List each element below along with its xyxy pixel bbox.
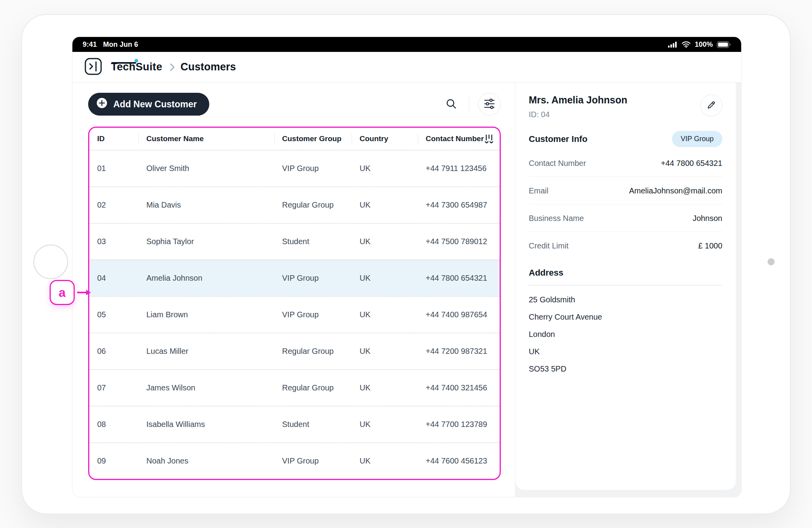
search-button[interactable]	[442, 95, 460, 114]
column-header-contact-label: Contact Number	[426, 134, 484, 143]
cell-name: Isabella Williams	[138, 420, 274, 429]
cell-country: UK	[352, 420, 418, 429]
status-time: 9:41	[83, 40, 97, 49]
annotation-label-a: a	[50, 280, 75, 305]
bezel-camera-dot	[768, 258, 775, 265]
column-header-country: Country	[352, 128, 418, 150]
customer-name-title: Mrs. Amelia Johnson	[529, 94, 627, 106]
logo-text-suite: Suite	[136, 61, 162, 73]
cell-name: Amelia Johnson	[138, 274, 274, 283]
cell-id: 09	[89, 456, 138, 465]
cell-group: VIP Group	[274, 310, 352, 319]
address-line: 25 Goldsmith	[529, 291, 722, 308]
cell-id: 06	[89, 347, 138, 356]
table-header-row: ID Customer Name Customer Group Country …	[89, 128, 500, 150]
table-row[interactable]: 08 Isabella Williams Student UK +44 7700…	[89, 406, 500, 442]
cell-group: Regular Group	[274, 347, 352, 356]
field-value: £ 1000	[698, 241, 722, 250]
cell-id: 04	[89, 274, 138, 283]
field-label: Credit Limit	[529, 241, 568, 250]
address-line: UK	[529, 343, 722, 360]
battery-percent: 100%	[695, 40, 713, 49]
sidebar-toggle-button[interactable]	[84, 57, 102, 77]
table-row[interactable]: 09 Noah Jones VIP Group UK +44 7600 4561…	[89, 442, 500, 479]
table-row-selected[interactable]: 04 Amelia Johnson VIP Group UK +44 7800 …	[89, 259, 500, 296]
pencil-icon	[706, 100, 716, 111]
cell-country: UK	[352, 347, 418, 356]
table-row[interactable]: 03 Sophia Taylor Student UK +44 7500 789…	[89, 223, 500, 259]
cell-phone: +44 7500 789012	[418, 237, 500, 246]
content-area: Add New Customer	[72, 83, 741, 497]
cell-id: 08	[89, 420, 138, 429]
cell-country: UK	[352, 164, 418, 173]
customer-id-label: ID: 04	[529, 110, 627, 119]
cell-phone: +44 7700 123789	[418, 420, 500, 429]
tablet-frame: 9:41 Mon Jun 6 100%	[21, 14, 791, 514]
search-icon	[445, 98, 457, 111]
field-value: AmeliaJohnson@mail.com	[629, 186, 722, 195]
breadcrumb-chevron-icon	[170, 63, 175, 72]
table-row[interactable]: 02 Mia Davis Regular Group UK +44 7300 6…	[89, 186, 500, 223]
cell-id: 03	[89, 237, 138, 246]
address-line: Cherry Court Avenue	[529, 308, 722, 326]
address-block: 25 Goldsmith Cherry Court Avenue London …	[529, 291, 722, 377]
cellular-signal-icon	[668, 41, 677, 48]
address-line: London	[529, 326, 722, 343]
filter-button[interactable]	[478, 93, 501, 116]
group-badge: VIP Group	[672, 131, 722, 147]
cell-phone: +44 7400 321456	[418, 383, 500, 392]
techsuite-logo[interactable]: TechSuite	[111, 61, 162, 73]
list-toolbar: Add New Customer	[88, 93, 501, 116]
cell-phone: +44 7600 456123	[418, 456, 500, 465]
address-heading: Address	[529, 268, 722, 285]
field-email: Email AmeliaJohnson@mail.com	[529, 177, 722, 204]
cell-group: VIP Group	[274, 274, 352, 283]
add-new-customer-button[interactable]: Add New Customer	[88, 93, 209, 116]
cell-name: Noah Jones	[138, 456, 274, 465]
customers-table: ID Customer Name Customer Group Country …	[88, 127, 501, 480]
column-header-id: ID	[89, 128, 138, 150]
status-bar: 9:41 Mon Jun 6 100%	[72, 37, 741, 52]
field-label: Email	[529, 186, 548, 195]
cell-name: Oliver Smith	[138, 164, 274, 173]
customer-detail-panel: Mrs. Amelia Johnson ID: 04 Customer Info…	[515, 83, 741, 497]
breadcrumb-current: Customers	[181, 61, 236, 73]
field-label: Business Name	[529, 214, 584, 223]
cell-group: Student	[274, 237, 352, 246]
table-row[interactable]: 07 James Wilson Regular Group UK +44 740…	[89, 369, 500, 406]
customer-info-heading: Customer Info	[529, 134, 587, 144]
cell-name: Mia Davis	[138, 201, 274, 210]
cell-id: 01	[89, 164, 138, 173]
table-row[interactable]: 05 Liam Brown VIP Group UK +44 7400 9876…	[89, 296, 500, 333]
column-header-group: Customer Group	[274, 128, 352, 150]
cell-group: Regular Group	[274, 383, 352, 392]
field-contact-number: Contact Number +44 7800 654321	[529, 149, 722, 177]
sidebar-toggle-icon	[84, 57, 102, 77]
cell-phone: +44 7911 123456	[418, 164, 500, 173]
field-value: +44 7800 654321	[661, 159, 722, 168]
cell-id: 05	[89, 310, 138, 319]
cell-group: Regular Group	[274, 201, 352, 210]
field-business-name: Business Name Johnson	[529, 204, 722, 232]
cell-country: UK	[352, 456, 418, 465]
cell-country: UK	[352, 237, 418, 246]
battery-icon	[717, 41, 731, 48]
cell-country: UK	[352, 274, 418, 283]
cell-name: Lucas Miller	[138, 347, 274, 356]
edit-customer-button[interactable]	[700, 94, 722, 116]
logo-text-tech: Tech	[111, 61, 136, 73]
table-row[interactable]: 01 Oliver Smith VIP Group UK +44 7911 12…	[89, 150, 500, 186]
column-header-name: Customer Name	[138, 128, 274, 150]
app-header: TechSuite Customers	[72, 52, 741, 83]
wifi-icon	[681, 41, 691, 48]
add-new-customer-label: Add New Customer	[113, 99, 197, 110]
cell-id: 07	[89, 383, 138, 392]
table-row[interactable]: 06 Lucas Miller Regular Group UK +44 720…	[89, 333, 500, 369]
cell-phone: +44 7400 987654	[418, 310, 500, 319]
sliders-icon	[484, 98, 495, 110]
status-date: Mon Jun 6	[103, 40, 138, 49]
cell-name: James Wilson	[138, 383, 274, 392]
customer-list-panel: Add New Customer	[72, 83, 515, 497]
column-options-icon[interactable]	[485, 134, 493, 144]
bezel-camera-circle	[33, 245, 68, 279]
